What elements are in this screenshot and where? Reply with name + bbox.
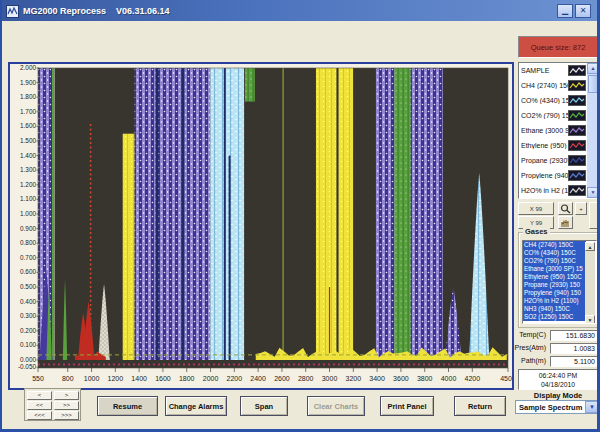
gases-list-item[interactable]: Propylene (940) 150 [523, 289, 586, 297]
chart-nav-pad: <><<>><<<>>> [24, 388, 81, 421]
spectra-legend-items: SAMPLECH4 (2740) 150CO% (4340) 15CCO2% (… [519, 63, 587, 198]
x-scale-button[interactable]: X 99 [518, 202, 554, 215]
svg-text:1600: 1600 [155, 375, 171, 382]
resume-button[interactable]: Resume [97, 396, 158, 416]
legend-item-label: CO% (4340) 15C [521, 97, 568, 104]
svg-text:1.500: 1.500 [20, 137, 36, 144]
svg-text:0.400: 0.400 [20, 298, 36, 305]
gases-list-item[interactable]: CH4 (2740) 150C [523, 241, 586, 249]
scroll-up-icon[interactable]: ▲ [585, 242, 595, 251]
nav-back-3-button[interactable]: <<< [27, 411, 52, 420]
clear-charts-button: Clear Charts [307, 396, 365, 416]
svg-text:0.700: 0.700 [20, 254, 36, 261]
legend-item-label: Ethylene (950) 1 [521, 142, 568, 149]
legend-scroll-thumb[interactable] [588, 75, 598, 93]
print-panel-button[interactable]: Print Panel [380, 396, 434, 416]
svg-text:2800: 2800 [298, 375, 314, 382]
svg-text:1800: 1800 [179, 375, 195, 382]
legend-item-label: CO2% (790) 15C [521, 112, 568, 119]
svg-text:2000: 2000 [203, 375, 219, 382]
nav-forward-3-button[interactable]: >>> [54, 411, 79, 420]
spectra-legend-listbox[interactable]: SAMPLECH4 (2740) 150CO% (4340) 15CCO2% (… [518, 62, 600, 199]
gases-list-item[interactable]: Ethane (3000 SP) 15 [523, 265, 586, 273]
svg-text:1200: 1200 [108, 375, 124, 382]
readout-value-field: 5.1100 [550, 356, 598, 367]
window-controls: ▁ ✕ [557, 4, 591, 18]
svg-text:2600: 2600 [274, 375, 290, 382]
nav-back-2-button[interactable]: << [27, 401, 52, 410]
nav-forward-1-button[interactable]: > [54, 391, 79, 400]
scroll-down-icon[interactable]: ▼ [585, 315, 595, 324]
svg-text:1.400: 1.400 [20, 152, 36, 159]
svg-text:1.000: 1.000 [20, 210, 36, 217]
svg-text:1.800: 1.800 [20, 93, 36, 100]
svg-text:1.600: 1.600 [20, 122, 36, 129]
pan-tool-button[interactable] [558, 216, 573, 229]
gases-list-item[interactable]: CO2% (790) 150C [523, 257, 586, 265]
svg-text:800: 800 [62, 375, 74, 382]
svg-text:0.000: 0.000 [20, 356, 36, 363]
svg-text:3800: 3800 [417, 375, 433, 382]
spare-box [589, 202, 599, 229]
svg-text:4500: 4500 [500, 375, 512, 382]
svg-text:0.200: 0.200 [20, 327, 36, 334]
gases-list-item[interactable]: H2O% in H2 (1100) [523, 297, 586, 305]
close-button[interactable]: ✕ [575, 4, 591, 18]
svg-text:550: 550 [32, 375, 44, 382]
svg-text:2.000: 2.000 [20, 64, 36, 71]
scroll-down-icon[interactable]: ▼ [587, 187, 599, 198]
minimize-button[interactable]: ▁ [557, 4, 573, 18]
svg-text:2200: 2200 [227, 375, 243, 382]
spectrum-chart-panel: 2.0001.9001.8001.7001.6001.5001.4001.300… [8, 62, 514, 390]
app-icon [6, 4, 19, 17]
app-window: MG2000 Reprocess V06.31.06.14 ▁ ✕ Queue … [0, 0, 600, 432]
legend-item-label: Propylene (940) [521, 172, 568, 179]
svg-text:2400: 2400 [250, 375, 266, 382]
svg-text:4000: 4000 [441, 375, 457, 382]
legend-item-label: CH4 (2740) 150 [521, 82, 568, 89]
svg-text:-0.050: -0.050 [18, 363, 37, 370]
svg-text:1000: 1000 [84, 375, 100, 382]
span-button[interactable]: Span [240, 396, 288, 416]
svg-text:0.600: 0.600 [20, 268, 36, 275]
legend-item[interactable]: H2O% in H2 (11 [519, 183, 587, 198]
gases-list-item[interactable]: SO2 (1250) 150C [523, 313, 586, 321]
svg-text:3200: 3200 [346, 375, 362, 382]
gases-scrollbar[interactable]: ▲ ▼ [585, 242, 595, 324]
svg-text:0.800: 0.800 [20, 239, 36, 246]
svg-text:4200: 4200 [465, 375, 481, 382]
gases-list-item[interactable]: NH3 (940) 150C [523, 305, 586, 313]
svg-text:0.900: 0.900 [20, 225, 36, 232]
svg-text:0.100: 0.100 [20, 341, 36, 348]
legend-scrollbar[interactable]: ▲ ▼ [587, 63, 599, 198]
zoom-tool-button[interactable] [558, 202, 573, 215]
plus-button[interactable]: + [575, 202, 587, 215]
gases-list-item[interactable]: CO% (4340) 150C [523, 249, 586, 257]
change-alarms-button[interactable]: Change Alarms [165, 396, 227, 416]
gases-list-item[interactable]: Propane (2930) 150 [523, 281, 586, 289]
nav-forward-2-button[interactable]: >> [54, 401, 79, 410]
title-bar[interactable]: MG2000 Reprocess V06.31.06.14 ▁ ✕ [2, 0, 597, 21]
svg-text:1.700: 1.700 [20, 108, 36, 115]
legend-item-label: H2O% in H2 (11 [521, 187, 568, 194]
scroll-up-icon[interactable]: ▲ [587, 63, 599, 74]
svg-text:1.200: 1.200 [20, 181, 36, 188]
gases-groupbox: Gases CH4 (2740) 150CCO% (4340) 150CCO2%… [518, 232, 600, 328]
time-text: 06:24:40 PM [519, 371, 597, 380]
return-button[interactable]: Return [454, 396, 506, 416]
gases-list-item[interactable]: Ethylene (950) 150C [523, 273, 586, 281]
gases-listbox[interactable]: CH4 (2740) 150CCO% (4340) 150CCO2% (790)… [522, 240, 597, 324]
spectrum-chart[interactable]: 2.0001.9001.8001.7001.6001.5001.4001.300… [10, 64, 512, 388]
svg-text:3000: 3000 [322, 375, 338, 382]
display-mode-select[interactable]: Sample Spectrum ▼ [515, 400, 600, 414]
readout-value-field: 1.0083 [550, 343, 598, 354]
readout-label: Pres(Atm) [514, 344, 546, 351]
svg-text:1.900: 1.900 [20, 79, 36, 86]
window-title: MG2000 Reprocess V06.31.06.14 [23, 6, 557, 16]
svg-text:1.300: 1.300 [20, 166, 36, 173]
nav-back-1-button[interactable]: < [27, 391, 52, 400]
svg-text:3400: 3400 [369, 375, 385, 382]
readout-label: Path(m) [514, 357, 546, 364]
chevron-down-icon[interactable]: ▼ [585, 401, 599, 413]
date-text: 04/18/2010 [519, 380, 597, 389]
